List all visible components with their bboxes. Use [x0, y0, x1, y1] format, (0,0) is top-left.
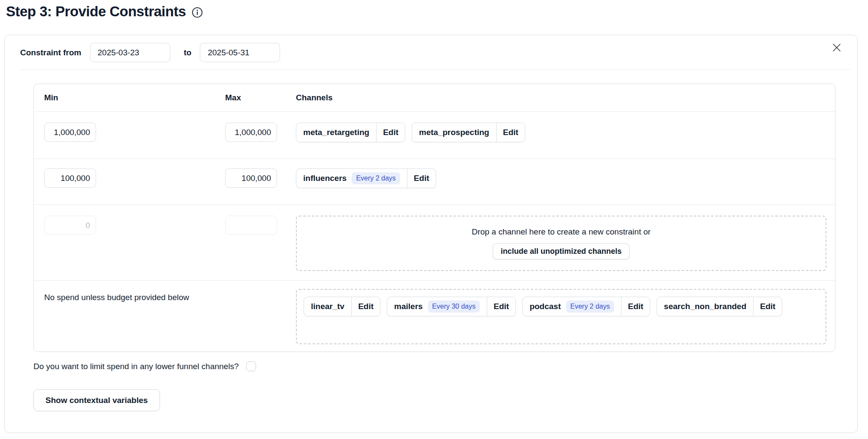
- edit-channel-button[interactable]: Edit: [621, 297, 650, 316]
- drop-zone-text: Drop a channel here to create a new cons…: [472, 227, 651, 237]
- constraint-from-date-input[interactable]: [90, 43, 170, 62]
- constraint-row-1: meta_retargeting Edit meta_prospecting E…: [34, 111, 835, 159]
- channel-chip-search-non-branded[interactable]: search_non_branded Edit: [657, 297, 782, 316]
- channel-chips-row-1: meta_retargeting Edit meta_prospecting E…: [296, 123, 826, 142]
- page-header: Step 3: Provide Constraints: [0, 0, 868, 20]
- channel-name: meta_prospecting: [412, 123, 496, 142]
- cadence-badge: Every 2 days: [352, 172, 400, 184]
- channel-chip-podcast[interactable]: podcast Every 2 days Edit: [522, 297, 650, 316]
- column-header-channels: Channels: [296, 93, 826, 102]
- unconstrained-channels-zone[interactable]: linear_tv Edit mailers Every 30 days Edi…: [296, 289, 826, 344]
- column-header-max: Max: [225, 93, 296, 102]
- constraint-from-label: Constraint from: [20, 48, 81, 57]
- min-input-row-2[interactable]: [44, 168, 96, 188]
- cadence-badge: Every 30 days: [428, 301, 480, 313]
- constraint-to-label: to: [184, 48, 192, 57]
- channel-chips-pool: linear_tv Edit mailers Every 30 days Edi…: [304, 297, 782, 316]
- close-icon: [832, 42, 842, 53]
- show-contextual-variables-button[interactable]: Show contextual variables: [33, 389, 160, 411]
- channel-name: influencers Every 2 days: [296, 169, 407, 188]
- channel-chip-meta-retargeting[interactable]: meta_retargeting Edit: [296, 123, 405, 142]
- page-title: Step 3: Provide Constraints: [6, 3, 186, 20]
- edit-channel-button[interactable]: Edit: [753, 297, 782, 316]
- limit-spend-checkbox[interactable]: [246, 361, 256, 371]
- cadence-badge: Every 2 days: [566, 301, 614, 313]
- include-all-unoptimized-button[interactable]: include all unoptimized channels: [493, 244, 629, 259]
- channel-name: podcast Every 2 days: [523, 297, 621, 316]
- new-constraint-row: Drop a channel here to create a new cons…: [34, 204, 835, 280]
- info-icon[interactable]: [192, 7, 203, 18]
- table-header-row: Min Max Channels: [34, 84, 835, 111]
- edit-channel-button[interactable]: Edit: [376, 123, 405, 142]
- channel-name-text: influencers: [303, 174, 347, 183]
- constraint-row-2: influencers Every 2 days Edit: [34, 159, 835, 204]
- channel-chip-influencers[interactable]: influencers Every 2 days Edit: [296, 168, 436, 188]
- channel-chip-linear-tv[interactable]: linear_tv Edit: [304, 297, 380, 316]
- max-input-row-1[interactable]: [225, 123, 277, 142]
- no-spend-label: No spend unless budget provided below: [44, 289, 296, 302]
- max-input-new-row[interactable]: [225, 216, 277, 235]
- channel-chip-meta-prospecting[interactable]: meta_prospecting Edit: [412, 123, 525, 142]
- no-spend-row: No spend unless budget provided below li…: [34, 280, 835, 352]
- channel-name-text: podcast: [530, 302, 561, 311]
- max-input-row-2[interactable]: [225, 168, 277, 188]
- column-header-min: Min: [44, 93, 225, 102]
- constraint-date-range: Constraint from to: [5, 35, 857, 62]
- min-input-row-1[interactable]: [44, 123, 96, 142]
- min-input-new-row[interactable]: [44, 216, 96, 235]
- channel-name-text: mailers: [394, 302, 423, 311]
- channel-chips-row-2: influencers Every 2 days Edit: [296, 168, 826, 188]
- header-divider: [20, 69, 850, 70]
- channel-name: meta_retargeting: [296, 123, 376, 142]
- channel-name: mailers Every 30 days: [387, 297, 487, 316]
- edit-channel-button[interactable]: Edit: [351, 297, 380, 316]
- constraint-to-date-input[interactable]: [200, 43, 280, 62]
- edit-channel-button[interactable]: Edit: [487, 297, 515, 316]
- constraint-card: Constraint from to Min Max Channels meta…: [4, 35, 858, 433]
- edit-channel-button[interactable]: Edit: [496, 123, 525, 142]
- close-constraint-button[interactable]: [829, 40, 844, 55]
- edit-channel-button[interactable]: Edit: [407, 169, 436, 188]
- channel-drop-zone[interactable]: Drop a channel here to create a new cons…: [296, 216, 826, 271]
- limit-spend-question: Do you want to limit spend in any lower …: [33, 362, 238, 371]
- channel-name: linear_tv: [304, 297, 351, 316]
- constraints-table: Min Max Channels meta_retargeting Edit m…: [33, 84, 835, 352]
- channel-name: search_non_branded: [657, 297, 753, 316]
- limit-spend-question-row: Do you want to limit spend in any lower …: [33, 361, 256, 371]
- channel-chip-mailers[interactable]: mailers Every 30 days Edit: [387, 297, 516, 316]
